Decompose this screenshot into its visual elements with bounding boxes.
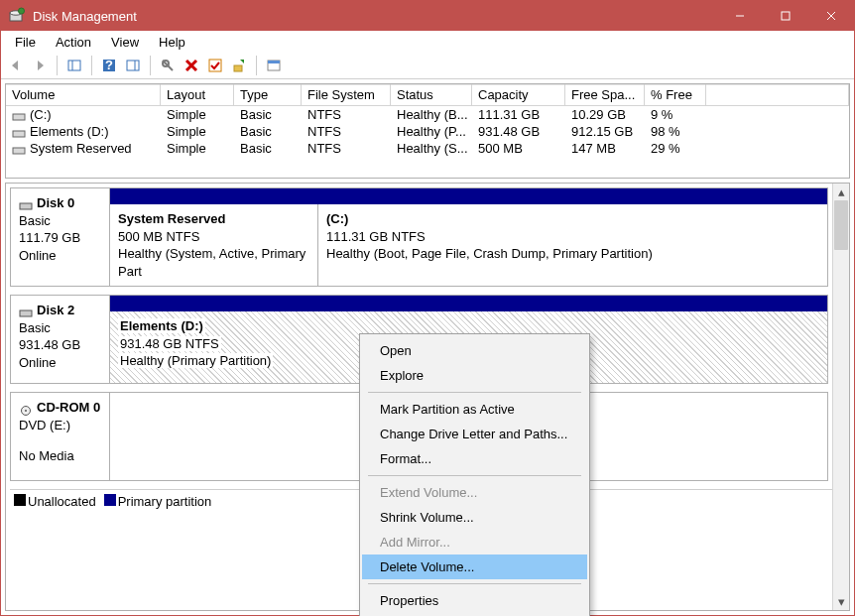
cell-free: 912.15 GB: [565, 123, 645, 140]
legend-unallocated: Unallocated: [28, 494, 96, 509]
col-status[interactable]: Status: [391, 84, 472, 106]
cell-layout: Simple: [161, 123, 234, 140]
cell-fs: NTFS: [302, 106, 391, 123]
disk-header[interactable]: CD-ROM 0 DVD (E:) No Media: [11, 393, 110, 480]
volume-list[interactable]: Volume Layout Type File System Status Ca…: [5, 83, 850, 179]
table-row[interactable]: (C:) Simple Basic NTFS Healthy (B... 111…: [6, 106, 849, 123]
disk-size: 931.48 GB: [19, 336, 101, 354]
disk-name: Disk 0: [37, 194, 74, 212]
disk-type: Basic: [19, 212, 101, 230]
menu-help[interactable]: Help: [149, 33, 195, 52]
svg-rect-24: [20, 203, 32, 209]
help-button[interactable]: ?: [98, 55, 120, 76]
col-fs[interactable]: File System: [302, 84, 391, 106]
cm-format[interactable]: Format...: [362, 446, 587, 471]
cm-change-letter[interactable]: Change Drive Letter and Paths...: [362, 422, 587, 446]
close-button[interactable]: [808, 1, 854, 31]
back-button[interactable]: [5, 55, 27, 76]
volume-icon: [12, 144, 26, 154]
cm-explore[interactable]: Explore: [362, 363, 587, 388]
partition-size: 500 MB NTFS: [118, 228, 309, 246]
titlebar[interactable]: Disk Management: [1, 1, 854, 31]
toolbar-separator: [256, 56, 257, 75]
cell-layout: Simple: [161, 106, 234, 123]
table-row[interactable]: System Reserved Simple Basic NTFS Health…: [6, 140, 849, 157]
menu-file[interactable]: File: [5, 33, 46, 52]
toolbar: ?: [1, 53, 854, 78]
toolbar-separator: [57, 56, 58, 75]
partition-size: 111.31 GB NTFS: [326, 228, 819, 246]
col-spacer: [706, 84, 849, 106]
svg-point-2: [19, 8, 25, 14]
cell-fs: NTFS: [302, 123, 391, 140]
partition-name: Elements (D:): [118, 318, 205, 333]
cm-separator: [368, 392, 581, 393]
col-free[interactable]: Free Spa...: [565, 84, 645, 106]
cm-shrink[interactable]: Shrink Volume...: [362, 505, 587, 530]
partition-status: Healthy (Boot, Page File, Crash Dump, Pr…: [326, 245, 819, 263]
svg-rect-20: [268, 61, 280, 63]
disk-header[interactable]: Disk 2 Basic 931.48 GB Online: [11, 296, 110, 383]
cell-status: Healthy (P...: [391, 123, 472, 140]
vertical-scrollbar[interactable]: ▴ ▾: [832, 184, 849, 610]
swatch-unallocated: [14, 494, 26, 506]
cell-free: 147 MB: [565, 140, 645, 157]
col-volume[interactable]: Volume: [6, 84, 161, 106]
context-menu[interactable]: Open Explore Mark Partition as Active Ch…: [359, 333, 590, 616]
partition[interactable]: (C:) 111.31 GB NTFS Healthy (Boot, Page …: [318, 204, 827, 286]
cell-capacity: 500 MB: [472, 140, 565, 157]
table-row[interactable]: Elements (D:) Simple Basic NTFS Healthy …: [6, 123, 849, 140]
cm-separator: [368, 583, 581, 584]
cell-capacity: 111.31 GB: [472, 106, 565, 123]
show-hide-console-tree-button[interactable]: [63, 55, 85, 76]
disk-bar: [110, 296, 827, 311]
svg-rect-22: [13, 131, 25, 137]
svg-rect-25: [20, 310, 32, 316]
disk-management-icon: [9, 7, 25, 26]
disk-state: Online: [19, 354, 101, 372]
cm-extend: Extend Volume...: [362, 480, 587, 505]
volume-icon: [12, 127, 26, 137]
swatch-primary: [104, 494, 116, 506]
col-layout[interactable]: Layout: [161, 84, 234, 106]
partition[interactable]: System Reserved 500 MB NTFS Healthy (Sys…: [110, 204, 318, 286]
col-pct[interactable]: % Free: [645, 84, 706, 106]
menu-action[interactable]: Action: [46, 33, 101, 52]
scroll-down-button[interactable]: ▾: [833, 593, 849, 610]
svg-rect-21: [13, 114, 25, 120]
svg-rect-11: [127, 61, 139, 70]
maximize-button[interactable]: [763, 1, 808, 31]
apply-button[interactable]: [204, 55, 226, 76]
menu-view[interactable]: View: [101, 33, 149, 52]
cm-properties[interactable]: Properties: [362, 588, 587, 613]
forward-button[interactable]: [29, 55, 51, 76]
disk-row[interactable]: Disk 0 Basic 111.79 GB Online System Res…: [10, 187, 828, 287]
toolbar-separator: [150, 56, 151, 75]
scroll-thumb[interactable]: [834, 200, 848, 250]
cdrom-icon: [19, 403, 33, 413]
cm-open[interactable]: Open: [362, 338, 587, 363]
delete-button[interactable]: [181, 55, 202, 76]
up-button[interactable]: [228, 55, 250, 76]
col-capacity[interactable]: Capacity: [472, 84, 565, 106]
minimize-button[interactable]: [717, 1, 763, 31]
col-type[interactable]: Type: [234, 84, 302, 106]
cm-mark-active[interactable]: Mark Partition as Active: [362, 397, 587, 422]
menu-bar: File Action View Help: [1, 31, 854, 53]
cell-pct: 9 %: [645, 106, 706, 123]
refresh-button[interactable]: [157, 55, 179, 76]
cell-status: Healthy (B...: [391, 106, 472, 123]
disk-type: DVD (E:): [19, 417, 101, 434]
cell-type: Basic: [234, 123, 302, 140]
scroll-up-button[interactable]: ▴: [833, 184, 849, 200]
cell-name: (C:): [30, 107, 52, 122]
cell-layout: Simple: [161, 140, 234, 157]
show-hide-action-pane-button[interactable]: [122, 55, 144, 76]
partition-status: Healthy (System, Active, Primary Part: [118, 245, 309, 280]
cm-delete[interactable]: Delete Volume...: [362, 554, 587, 579]
cell-capacity: 931.48 GB: [472, 123, 565, 140]
properties-button[interactable]: [263, 55, 285, 76]
disk-icon: [19, 306, 33, 315]
disk-header[interactable]: Disk 0 Basic 111.79 GB Online: [11, 188, 110, 286]
scroll-track[interactable]: [833, 200, 849, 593]
